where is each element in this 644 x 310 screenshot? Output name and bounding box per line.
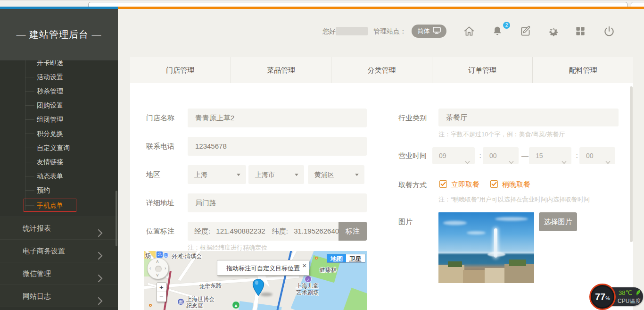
address-label: 详细地址 [146, 198, 174, 208]
open-minute-select[interactable]: 00 [483, 147, 519, 164]
check-icon [491, 182, 497, 186]
park-poi-icon: ▲ [232, 301, 240, 309]
close-hour-select[interactable]: 15 [529, 147, 571, 164]
city-value: 上海市 [255, 171, 275, 178]
pickup-now-checkbox[interactable] [439, 180, 447, 188]
map-label-bund: 外滩·湾璞会 [172, 252, 202, 260]
city-select[interactable]: 上海市 [248, 165, 304, 184]
pan-down-icon[interactable]: ˅ [156, 273, 159, 278]
cpu-usage-gauge[interactable]: 77% [589, 284, 616, 310]
tab-dish-management[interactable]: 菜品管理 [231, 57, 332, 83]
sidebar-item-points[interactable]: 积分兑换 [37, 126, 112, 141]
map-water-bottom [238, 301, 281, 310]
sidebar-section-logs[interactable]: 网站日志 [0, 285, 118, 307]
pan-up-icon[interactable]: ˄ [156, 260, 159, 264]
power-icon[interactable] [603, 25, 615, 37]
industry-note: 注：字数不超过10个字，例：美食/粤菜/茶餐厅 [438, 130, 565, 139]
fountain-spray [487, 252, 505, 257]
pan-knob[interactable] [155, 266, 162, 272]
cpu-percent-value: 77 [595, 292, 605, 302]
home-icon[interactable] [463, 25, 475, 37]
phone-label: 联系电话 [146, 142, 174, 151]
store-name-label: 门店名称 [146, 113, 174, 123]
section-label: 网站日志 [23, 292, 51, 300]
compose-icon[interactable] [520, 25, 532, 37]
cpu-temperature: 38℃ [619, 289, 641, 297]
longitude-label: 经度: [194, 227, 210, 235]
pickup-now-label[interactable]: 立即取餐 [451, 180, 479, 189]
sidebar-item-dynamic-form[interactable]: 动态表单 [37, 169, 112, 183]
location-input[interactable]: 经度: 121.490882232 纬度: 31.1952626403 [188, 222, 339, 241]
greeting-text: 您好 [322, 25, 336, 38]
map-label-theater2: 艺术剧场 [296, 289, 319, 297]
username-redacted [336, 27, 368, 35]
industry-input[interactable]: 茶餐厅 [438, 109, 619, 126]
caret-down-icon [295, 174, 298, 176]
province-select[interactable]: 上海 [188, 165, 246, 184]
time-dash: — [521, 147, 528, 164]
map-type-map-button[interactable]: 地图 [327, 254, 346, 262]
map-pan-control[interactable]: ˄ ˅ ‹ › [147, 258, 169, 279]
section-label: 微信管理 [23, 269, 51, 277]
pickup-later-label[interactable]: 稍晚取餐 [502, 180, 530, 189]
sidebar-section-reports[interactable]: 统计报表 [0, 217, 118, 239]
close-minute-select[interactable]: 00 [579, 147, 615, 164]
content-scrollbar[interactable] [630, 86, 633, 242]
tab-order-management[interactable]: 订单管理 [432, 57, 533, 83]
section-label: 电子商务设置 [23, 247, 65, 255]
phone-input[interactable]: 12345678 [188, 137, 367, 156]
pan-left-icon[interactable]: ‹ [149, 266, 151, 271]
open-hour-select[interactable]: 09 [432, 147, 475, 164]
settings-gear-icon[interactable] [547, 25, 559, 37]
map-type-toggle: 地图 卫星 [327, 254, 365, 263]
sidebar-item-mobile-order[interactable]: 手机点单 [37, 198, 112, 212]
sidebar-item-groupbuy[interactable]: 团购设置 [37, 98, 112, 112]
choose-image-button[interactable]: 选择图片 [539, 212, 577, 231]
sidebar-item-booking[interactable]: 预约 [37, 183, 112, 197]
store-photo[interactable] [438, 212, 534, 283]
sidebar-scrollbar[interactable] [116, 191, 117, 246]
district-select[interactable]: 黄浦区 [308, 165, 364, 184]
map-widget[interactable]: 场 田 外滩·湾璞会 龙华东路 面 上海世博会 纪念展 ▲ 健康林 ♪ 上海儿童… [144, 251, 367, 310]
map-label-health: 健康林 [320, 266, 337, 274]
apps-grid-icon[interactable] [574, 25, 586, 37]
tab-store-management[interactable]: 门店管理 [130, 57, 231, 83]
mark-location-button[interactable]: 标注 [339, 222, 367, 241]
sidebar-item-activity[interactable]: 活动设置 [37, 70, 112, 84]
cpu-temp-value: 38℃ [619, 289, 632, 296]
province-value: 上海 [194, 171, 207, 178]
map-pin[interactable] [252, 278, 265, 298]
monitor-icon [433, 27, 441, 35]
sidebar-item-team[interactable]: 组团管理 [37, 112, 112, 126]
latitude-value: 31.1952626403 [294, 227, 339, 235]
sidebar: 开卡即送 活动设置 秒杀管理 团购设置 组团管理 积分兑换 自定义查询 友情链接… [0, 9, 118, 310]
tab-ingredient-management[interactable]: 配料管理 [533, 57, 633, 83]
address-input[interactable]: 局门路 [188, 193, 367, 212]
sidebar-item-links[interactable]: 友情链接 [37, 155, 112, 169]
cpu-widget-label: CPU温度 [618, 298, 641, 305]
industry-label: 行业类别 [398, 113, 427, 123]
pan-right-icon[interactable]: › [165, 266, 166, 271]
zoom-in-button[interactable]: + [157, 283, 166, 292]
sidebar-section-ecommerce[interactable]: 电子商务设置 [0, 239, 118, 262]
tooltip-close-icon[interactable]: × [302, 258, 306, 273]
close-hour-value: 15 [536, 152, 543, 159]
caret-down-icon [355, 174, 359, 176]
sidebar-item-custom-query[interactable]: 自定义查询 [37, 141, 112, 155]
browser-edge [0, 0, 644, 7]
image-label: 图片 [398, 217, 413, 226]
building-poi-icon: 田 [163, 252, 169, 258]
sidebar-section-wechat[interactable]: 微信管理 [0, 262, 118, 285]
district-value: 黄浦区 [314, 171, 334, 178]
map-type-satellite-button[interactable]: 卫星 [346, 254, 365, 262]
language-site-button[interactable]: 简体 [412, 25, 446, 38]
compass-north-icon: 北 [157, 251, 163, 258]
tab-category-management[interactable]: 分类管理 [331, 57, 432, 83]
sidebar-item-seckill[interactable]: 秒杀管理 [37, 84, 112, 98]
zoom-out-button[interactable]: − [157, 292, 166, 302]
notification-bell-icon[interactable] [491, 25, 504, 37]
leaf-icon [636, 289, 641, 298]
pickup-later-checkbox[interactable] [490, 180, 498, 188]
app-title: — 建站管理后台 — [0, 9, 118, 60]
store-name-input[interactable]: 青青原上草2 [188, 109, 367, 127]
